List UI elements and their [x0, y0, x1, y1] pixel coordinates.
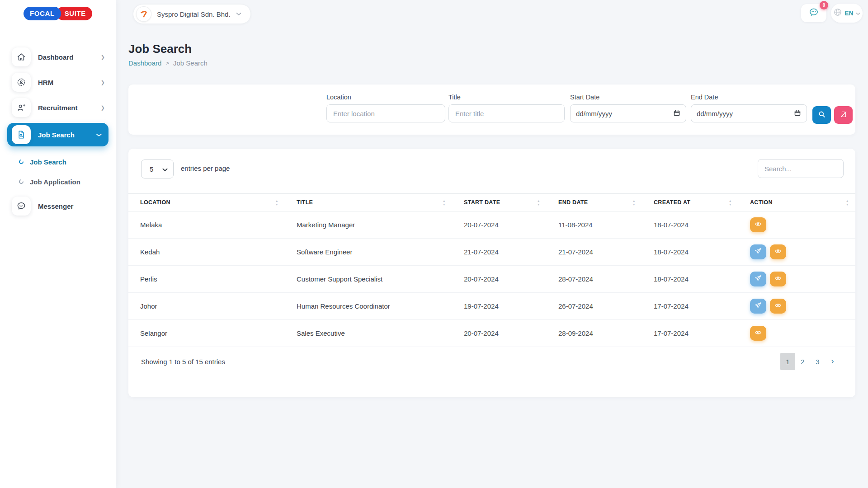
column-header-title[interactable]: TITLE▲▼: [285, 194, 452, 211]
chevron-down-icon: [856, 9, 860, 17]
location-input[interactable]: [326, 104, 445, 122]
breadcrumb-current: Job Search: [173, 59, 208, 67]
page-button-3[interactable]: 3: [810, 353, 825, 370]
send-button[interactable]: [750, 299, 766, 314]
column-header-end-date[interactable]: END DATE▲▼: [547, 194, 642, 211]
sidebar-item-label: Recruitment: [38, 104, 78, 112]
calendar-icon[interactable]: [794, 109, 801, 118]
end-date-label: End Date: [691, 94, 807, 101]
column-header-start-date[interactable]: START DATE▲▼: [452, 194, 547, 211]
start-date-input[interactable]: dd/mm/yyyy: [570, 104, 686, 122]
subitem-bullet-icon: [18, 159, 24, 165]
entries-per-page-label: entries per page: [181, 164, 230, 172]
sidebar-item-dashboard[interactable]: Dashboard ❯: [0, 46, 116, 68]
sidebar-subitem-label: Job Application: [30, 178, 80, 186]
sort-icon[interactable]: ▲▼: [537, 199, 540, 206]
cell-start-date: 20-07-2024: [452, 320, 547, 347]
column-header-action[interactable]: ACTION▲▼: [738, 194, 855, 211]
send-icon: [755, 248, 762, 256]
cell-created-at: 17-07-2024: [642, 293, 738, 320]
end-date-placeholder: dd/mm/yyyy: [697, 110, 733, 117]
sidebar-item-job-search[interactable]: Job Search ❯: [7, 123, 108, 146]
filter-search-button[interactable]: [812, 106, 831, 124]
cell-created-at: 17-07-2024: [642, 320, 738, 347]
table-header-row: LOCATION▲▼ TITLE▲▼ START DATE▲▼ END DATE…: [128, 194, 855, 211]
cell-created-at: 18-07-2024: [642, 266, 738, 293]
filter-reset-button[interactable]: [834, 106, 853, 124]
cell-title: Software Engineer: [285, 239, 452, 266]
sidebar-item-recruitment[interactable]: Recruitment ❯: [0, 97, 116, 118]
app-logo-primary: FOCAL: [24, 7, 61, 20]
cell-created-at: 18-07-2024: [642, 211, 738, 239]
eye-icon: [774, 275, 782, 283]
chevron-down-icon: ❯: [96, 132, 102, 136]
breadcrumb-separator: >: [165, 60, 169, 66]
view-button[interactable]: [770, 299, 786, 314]
sidebar-item-label: Job Search: [38, 131, 75, 139]
location-label: Location: [326, 94, 445, 101]
table-search-input[interactable]: [758, 159, 844, 178]
sort-icon[interactable]: ▲▼: [275, 199, 278, 206]
sort-icon[interactable]: ▲▼: [443, 199, 446, 206]
chevron-right-icon: ❯: [101, 80, 105, 85]
language-selector[interactable]: EN: [831, 4, 863, 23]
sidebar-submenu: Job Search Job Application: [0, 152, 116, 192]
eye-icon: [774, 248, 782, 256]
app-logo-secondary: SUITE: [57, 7, 92, 20]
cell-title: Marketing Manager: [285, 211, 452, 239]
sort-icon[interactable]: ▲▼: [729, 199, 732, 206]
cell-start-date: 20-07-2024: [452, 266, 547, 293]
cell-start-date: 21-07-2024: [452, 239, 547, 266]
sidebar: FOCAL SUITE Dashboard ❯ HRM ❯: [0, 0, 116, 488]
title-input[interactable]: [448, 104, 565, 122]
entries-per-page-select[interactable]: 5: [141, 160, 174, 178]
column-header-location[interactable]: LOCATION▲▼: [128, 194, 285, 211]
title-field: Title: [448, 94, 565, 122]
sidebar-subitem-job-application[interactable]: Job Application: [0, 173, 116, 191]
search-icon: [818, 111, 826, 119]
cell-actions: [738, 266, 855, 293]
view-button[interactable]: [750, 217, 766, 232]
cell-actions: [738, 293, 855, 320]
column-header-created-at[interactable]: CREATED AT▲▼: [642, 194, 738, 211]
view-button[interactable]: [770, 244, 786, 259]
company-selector[interactable]: Syspro Digital Sdn. Bhd.: [133, 4, 251, 24]
company-logo-icon: [136, 6, 151, 22]
sidebar-item-hrm[interactable]: HRM ❯: [0, 71, 116, 93]
entries-per-page-value: 5: [150, 165, 153, 173]
sidebar-item-label: Messenger: [38, 202, 73, 210]
end-date-input[interactable]: dd/mm/yyyy: [691, 104, 807, 122]
sort-icon[interactable]: ▲▼: [846, 199, 849, 206]
sidebar-nav: Dashboard ❯ HRM ❯ Recruitment ❯: [0, 44, 116, 219]
cell-actions: [738, 239, 855, 266]
table-row: Kedah Software Engineer 21-07-2024 21-07…: [128, 239, 855, 266]
cell-end-date: 11-08-2024: [547, 211, 642, 239]
filter-card: Location Title Start Date dd/mm/yyyy End…: [128, 84, 855, 135]
start-date-label: Start Date: [570, 94, 686, 101]
cell-location: Kedah: [128, 239, 285, 266]
sidebar-subitem-label: Job Search: [30, 158, 66, 166]
pagination: 1 2 3 ›: [780, 353, 840, 370]
table-row: Johor Human Resources Coordinator 19-07-…: [128, 293, 855, 320]
sort-icon[interactable]: ▲▼: [632, 199, 636, 206]
breadcrumb: Dashboard > Job Search: [128, 59, 208, 67]
breadcrumb-dashboard-link[interactable]: Dashboard: [128, 59, 161, 67]
table-row: Selangor Sales Executive 20-07-2024 28-0…: [128, 320, 855, 347]
user-plus-icon: [12, 98, 31, 117]
page-button-1[interactable]: 1: [780, 353, 795, 370]
view-button[interactable]: [750, 326, 766, 341]
view-button[interactable]: [770, 272, 786, 286]
cell-title: Customer Support Specialist: [285, 266, 452, 293]
table-summary: Showing 1 to 5 of 15 entries: [141, 358, 225, 366]
sidebar-subitem-job-search[interactable]: Job Search: [0, 153, 116, 171]
page-button-2[interactable]: 2: [795, 353, 810, 370]
cell-end-date: 26-07-2024: [547, 293, 642, 320]
chat-button[interactable]: 0: [801, 4, 826, 22]
send-button[interactable]: [750, 272, 766, 286]
send-button[interactable]: [750, 244, 766, 259]
cell-start-date: 19-07-2024: [452, 293, 547, 320]
home-icon: [12, 47, 31, 66]
next-page-button[interactable]: ›: [825, 353, 840, 370]
sidebar-item-messenger[interactable]: Messenger: [0, 195, 116, 217]
calendar-icon[interactable]: [673, 109, 680, 118]
